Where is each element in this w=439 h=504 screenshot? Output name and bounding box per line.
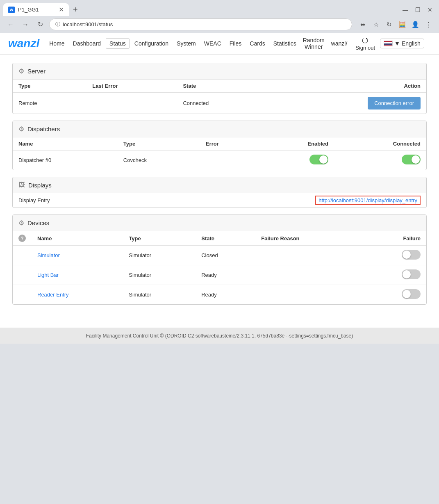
dispatcher-row: Dispatcher #0 Covcheck [13,151,426,170]
dispatchers-title: Dispatchers [27,125,60,132]
devices-section-header: ⚙ Devices [13,215,426,231]
dispatcher-connected-knob [412,155,420,164]
language-dropdown-arrow: ▼ [394,40,400,47]
menu-icon[interactable]: ⋮ [423,19,434,30]
connection-error-button[interactable]: Connection error [368,97,421,109]
devices-title: Devices [27,219,49,226]
device-2-failure-knob [403,290,411,298]
dispatcher-enabled-slider [309,155,328,164]
device-1-failure-knob [403,270,411,278]
device-readerentry-link[interactable]: Reader Entry [37,292,69,298]
device-row-2-failure-reason [255,285,362,305]
nav-home[interactable]: Home [46,39,68,48]
server-col-action: Action [268,80,426,93]
reload-button[interactable]: ↻ [34,19,46,30]
nav-weac[interactable]: WEAC [201,39,225,48]
dispatchers-col-error: Error [200,137,258,151]
share-icon[interactable]: ⬌ [357,19,368,30]
device-0-failure-slider [402,250,421,260]
server-type: Remote [13,93,86,114]
nav-status[interactable]: Status [106,38,130,49]
dispatchers-col-connected: Connected [334,137,426,151]
minimize-button[interactable]: — [400,4,411,16]
extensions-icon[interactable]: 🧮 [396,19,408,30]
nav-dashboard[interactable]: Dashboard [70,39,105,48]
device-1-failure-toggle[interactable] [402,269,421,279]
display-link-cell: http://localhost:9001/display/display_en… [124,193,426,208]
dispatchers-table: Name Type Error Enabled Connected Dispat… [13,137,426,170]
devices-col-failure: Failure [362,231,426,246]
devices-icon: ⚙ [18,219,24,227]
forward-button[interactable]: → [20,19,31,30]
language-selector[interactable]: ▼ English [380,39,424,48]
device-row-0-type: Simulator [123,246,196,265]
winner-label: Winner [305,43,323,50]
dispatcher-connected-cell [334,151,426,170]
server-section-header: ⚙ Server [13,63,426,80]
devices-table-header-row: ? Name Type State Failure Reason Failure [13,231,426,246]
server-table: Type Last Error State Action Remote Conn… [13,80,426,114]
displays-section-header: 🖼 Displays [13,177,426,193]
nav-statistics[interactable]: Statistics [270,39,300,48]
dispatchers-table-header-row: Name Type Error Enabled Connected [13,137,426,151]
browser-tab[interactable]: W P1_GG1 ✕ [3,3,69,16]
display-link[interactable]: http://localhost:9001/display/display_en… [315,196,421,205]
device-1-failure-slider [402,269,421,279]
new-tab-button[interactable]: + [71,4,80,15]
tab-bar: W P1_GG1 ✕ + — ❐ ✕ [0,0,439,16]
restore-button[interactable]: ❐ [412,4,423,16]
device-row-0-failure-reason [255,246,362,265]
dispatcher-enabled-toggle[interactable] [309,155,328,164]
server-icon: ⚙ [18,67,24,75]
back-button[interactable]: ← [5,19,16,30]
server-col-state: State [177,80,268,93]
nav-configuration[interactable]: Configuration [131,39,172,48]
profile-icon[interactable]: 👤 [409,19,421,30]
display-row: Display Entry http://localhost:9001/disp… [13,193,426,208]
nav-files[interactable]: Files [226,39,245,48]
device-2-failure-slider [402,289,421,299]
nav-signout[interactable]: ⭯ Sign out [352,36,378,51]
device-simulator-link[interactable]: Simulator [37,252,60,258]
address-bar[interactable]: ⓘ localhost:9001/status [49,18,352,30]
server-col-type: Type [13,80,86,93]
logo[interactable]: wanzl [8,37,39,50]
displays-title: Displays [28,182,52,189]
device-row-0-state: Closed [196,246,255,265]
dispatcher-connected-slider [402,155,421,164]
nav-cards[interactable]: Cards [246,39,268,48]
device-row-1: Light Bar Simulator Ready [13,265,426,285]
server-table-row: Remote Connected Connection error [13,93,426,114]
devices-col-name: Name [32,231,123,246]
main-area: ⚙ Server Type Last Error State Action [0,55,439,319]
nav-system[interactable]: System [173,39,199,48]
devices-col-type: Type [123,231,196,246]
dispatcher-connected-toggle[interactable] [402,155,421,164]
signout-label: Sign out [355,45,375,51]
refresh-icon[interactable]: ↻ [383,19,395,30]
nav-random-winner[interactable]: Random Winner [301,37,326,50]
device-2-failure-toggle[interactable] [402,289,421,299]
device-row-2-empty [13,285,32,305]
display-name: Display Entry [13,193,124,208]
flag-icon [384,41,393,46]
device-row-1-empty [13,265,32,285]
signout-icon: ⭯ [362,36,369,45]
dispatchers-col-type: Type [118,137,200,151]
dispatcher-error [200,151,258,170]
device-row-1-name: Light Bar [32,265,123,285]
server-action-cell: Connection error [268,93,426,114]
footer-text: Facility Management Control Unit © (ODRO… [86,333,353,339]
nav-wanzl[interactable]: wanzl/ [328,39,351,48]
device-row-1-type: Simulator [123,265,196,285]
dispatchers-section-header: ⚙ Dispatchers [13,121,426,137]
bookmark-icon[interactable]: ☆ [370,19,382,30]
device-lightbar-link[interactable]: Light Bar [37,272,59,278]
language-label: English [402,40,421,47]
displays-section: 🖼 Displays Display Entry http://localhos… [12,177,427,208]
device-row-0: Simulator Simulator Closed [13,246,426,265]
device-row-0-empty [13,246,32,265]
tab-close-button[interactable]: ✕ [59,6,64,14]
device-0-failure-toggle[interactable] [402,250,421,260]
close-button[interactable]: ✕ [424,4,436,16]
